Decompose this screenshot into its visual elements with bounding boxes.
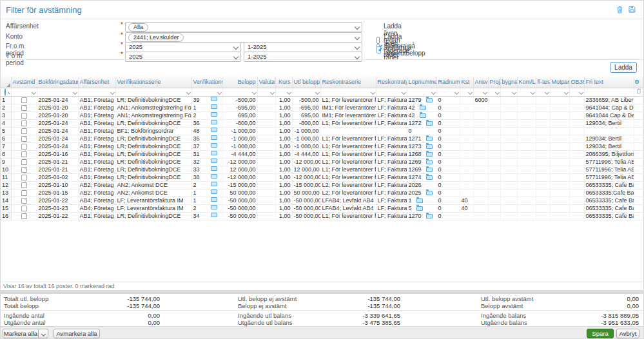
column-settings-gear-icon[interactable]: ⚙ (634, 77, 643, 88)
document-folder-icon[interactable] (426, 137, 433, 141)
col-header-kurs[interactable]: Kurs (275, 77, 292, 88)
checkbox-box[interactable] (376, 46, 381, 53)
select-all-button[interactable]: Markera alla (3, 329, 39, 338)
filter-verifikationsserie[interactable] (115, 88, 191, 96)
document-folder-icon[interactable] (211, 213, 217, 217)
load-button[interactable]: Ladda (610, 62, 637, 73)
filter-ansv[interactable] (473, 88, 488, 96)
col-header-affarsenhet[interactable]: Affärsenhet (78, 77, 115, 88)
filter-lopnummer[interactable] (407, 88, 436, 96)
document-folder-icon[interactable] (211, 104, 217, 109)
table-row[interactable]: 92025-01-21AB1; Företag MöLR; Definitivb… (1, 158, 643, 166)
row-checkbox[interactable] (21, 144, 27, 150)
affarsenhet-select[interactable]: Alla (125, 22, 362, 32)
filter-fl-test[interactable] (536, 88, 550, 96)
document-folder-icon[interactable] (426, 152, 433, 157)
filter-bygnad[interactable] (500, 88, 517, 96)
deselect-all-button[interactable]: Avmarkera alla (54, 329, 100, 338)
row-checkbox[interactable] (21, 167, 27, 173)
row-checkbox[interactable] (21, 175, 27, 180)
filter-verifikationsnr[interactable] (191, 88, 222, 96)
document-folder-icon[interactable] (211, 128, 217, 132)
table-row[interactable]: 122025-01-10AB2; Företag SthlmAN2; Ankom… (1, 181, 643, 189)
document-folder-icon[interactable] (426, 160, 433, 164)
document-folder-icon[interactable] (420, 113, 426, 118)
document-folder-icon[interactable] (426, 214, 433, 218)
checkbox-sort-absolute[interactable]: Sortera på absolutbelopp (376, 43, 427, 57)
col-header-proj[interactable]: Proj (488, 77, 500, 88)
col-header-reskontratyp[interactable]: Reskontratyp (376, 77, 407, 88)
trash-icon[interactable] (616, 6, 623, 14)
table-row[interactable]: 162025-01-22AB1; Företag MöLR; Definitiv… (1, 212, 643, 220)
corner-header[interactable] (1, 77, 11, 88)
filter-radnummer[interactable] (436, 88, 460, 96)
row-checkbox[interactable] (21, 105, 27, 111)
table-row[interactable]: 22025-01-20AB1; Företag MöAN1; Ankomstre… (1, 104, 643, 111)
row-checkbox[interactable] (21, 136, 27, 142)
col-header-utl-belopp[interactable]: Utl belopp (292, 77, 320, 88)
row-checkbox[interactable] (21, 151, 27, 157)
col-header-ansv[interactable]: Ansv (473, 77, 488, 88)
col-header-belopp[interactable]: Belopp (222, 77, 257, 88)
document-folder-icon[interactable] (426, 191, 433, 195)
select-all-corner-icon[interactable] (6, 83, 10, 87)
col-header-bygnad[interactable]: bygnad (500, 77, 517, 88)
col-header-fri-text[interactable]: Fri text (584, 77, 634, 88)
table-row[interactable]: 42025-01-24AB1; Företag MöLR; Definitivb… (1, 119, 643, 127)
row-checkbox[interactable] (21, 213, 27, 219)
row-checkbox[interactable] (21, 113, 27, 119)
col-header-avstamd[interactable]: Avstämd (11, 77, 37, 88)
col-header-verifikationsserie[interactable]: Verifikationsserie (115, 77, 191, 88)
horizontal-scrollbar[interactable] (1, 290, 643, 294)
filter-affarsenhet[interactable] (78, 88, 115, 96)
table-row[interactable]: 112025-01-02AB1; Företag MöLR; Definitiv… (1, 173, 643, 181)
filter-valuta[interactable] (257, 88, 275, 96)
clear-filters-trash-icon[interactable] (634, 88, 643, 96)
table-row[interactable]: 12025-01-24AB1; Företag MöLR; Definitivb… (1, 96, 643, 104)
row-checkbox[interactable] (21, 206, 27, 211)
document-folder-icon[interactable] (426, 121, 433, 126)
filter-kurs[interactable] (275, 88, 292, 96)
col-header-reskontraserie[interactable]: Reskontraserie (320, 77, 376, 88)
filter-reskontraserie[interactable] (320, 88, 376, 96)
document-folder-icon[interactable] (416, 206, 423, 211)
row-checkbox[interactable] (21, 121, 27, 126)
konto-select[interactable]: 2441; Lev.skulder (125, 32, 362, 43)
filter-utl-belopp[interactable] (292, 88, 320, 96)
table-row[interactable]: 142025-01-22AB4; Företag LuleåLF; Levera… (1, 197, 643, 204)
table-row[interactable]: 62025-01-24AB1; Företag MöLR; Definitivb… (1, 135, 643, 142)
document-folder-icon[interactable] (426, 144, 433, 149)
col-header-verifikationsnr[interactable]: Verifikationsnr (191, 77, 222, 88)
col-header-kst[interactable]: Kst (460, 77, 473, 88)
cancel-button[interactable]: Avbryt (616, 329, 639, 338)
save-button[interactable]: Spara (587, 329, 614, 338)
document-folder-icon[interactable] (420, 106, 426, 110)
document-folder-icon[interactable] (211, 182, 217, 186)
document-folder-icon[interactable] (211, 189, 217, 194)
col-header-obj8[interactable]: OBJ8 (569, 77, 584, 88)
col-header-radnummer[interactable]: Radnummer (436, 77, 460, 88)
document-folder-icon[interactable] (211, 197, 217, 202)
document-folder-icon[interactable] (211, 174, 217, 179)
table-row[interactable]: 52025-01-24AB1; Företag MöBF1; Bokföring… (1, 127, 643, 135)
grid-search-cell[interactable] (1, 88, 11, 96)
table-row[interactable]: 32025-01-20AB1; Företag MöAN1; Ankomstre… (1, 111, 643, 119)
from-year-select[interactable]: 2025 (125, 42, 241, 52)
filter-belopp[interactable] (222, 88, 257, 96)
row-checkbox[interactable] (21, 182, 27, 188)
col-header-valuta[interactable]: Valuta (257, 77, 275, 88)
document-folder-icon[interactable] (211, 205, 217, 209)
col-header-fl-test[interactable]: fl-test (536, 77, 550, 88)
table-row[interactable]: 132025-01-15AB2; Företag SthlmAN2; Ankom… (1, 189, 643, 197)
filter-obj8[interactable] (569, 88, 584, 96)
row-checkbox[interactable] (21, 198, 27, 204)
col-header-lopnummer[interactable]: Löpnummer (407, 77, 436, 88)
col-header-kom-lan[interactable]: Kom/Län (517, 77, 536, 88)
document-folder-icon[interactable] (416, 199, 423, 203)
document-folder-icon[interactable] (211, 159, 217, 163)
document-folder-icon[interactable] (211, 151, 217, 155)
col-header-bokforingsdatum[interactable]: Bokföringsdatum (37, 77, 78, 88)
document-folder-icon[interactable] (426, 168, 433, 172)
filter-proj[interactable] (488, 88, 500, 96)
filter-reskontratyp[interactable] (376, 88, 407, 96)
